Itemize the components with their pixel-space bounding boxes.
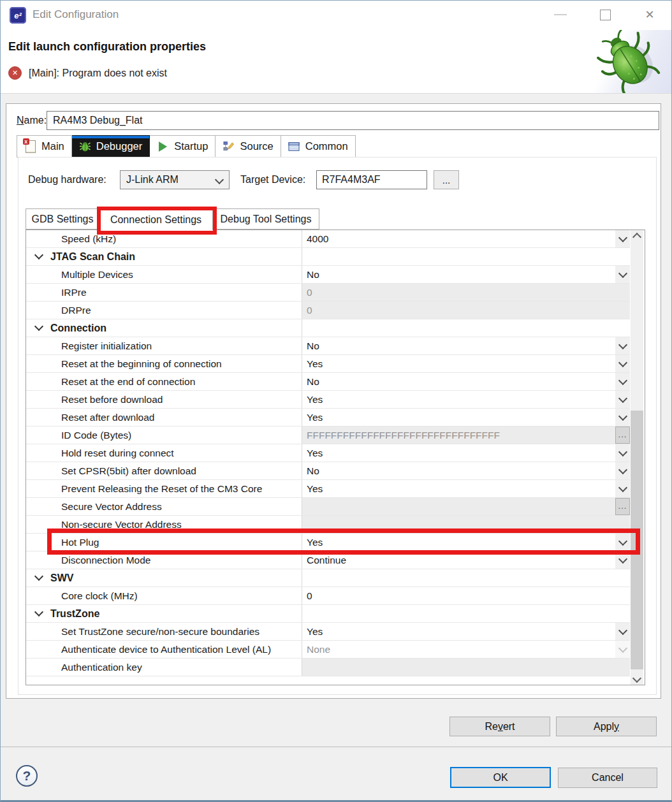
page-title: Edit launch configuration properties bbox=[8, 40, 206, 54]
tab-source[interactable]: Source bbox=[215, 135, 281, 157]
setting-value: 0 bbox=[302, 302, 630, 319]
dropdown-button[interactable] bbox=[615, 337, 630, 354]
settings-row: Reset at the end of connectionNo bbox=[26, 373, 630, 391]
debug-beetle-image bbox=[594, 30, 671, 93]
dropdown-button[interactable] bbox=[615, 551, 630, 569]
tab-startup[interactable]: Startup bbox=[150, 135, 215, 157]
edit-configuration-dialog: e² Edit Configuration ✕ bbox=[0, 0, 672, 802]
settings-row: ID Code (Bytes)FFFFFFFFFFFFFFFFFFFFFFFFF… bbox=[26, 427, 630, 444]
name-label: Name: bbox=[17, 111, 47, 130]
chevron-down-icon bbox=[618, 340, 627, 349]
chevron-down-icon[interactable] bbox=[34, 251, 43, 259]
settings-row: Multiple DevicesNo bbox=[26, 266, 630, 284]
dropdown-button[interactable] bbox=[615, 480, 630, 497]
dialog-header: Edit launch configuration properties ✕ [… bbox=[1, 30, 671, 93]
setting-label: Reset after download bbox=[26, 409, 302, 426]
apply-button[interactable]: Apply bbox=[556, 717, 657, 736]
setting-label[interactable]: JTAG Scan Chain bbox=[26, 248, 302, 265]
table-icon bbox=[288, 140, 300, 153]
target-device-input[interactable]: R7FA4M3AF bbox=[316, 170, 427, 189]
dropdown-button[interactable] bbox=[615, 444, 630, 462]
chevron-down-icon bbox=[618, 483, 627, 492]
play-icon bbox=[157, 140, 169, 153]
setting-value[interactable]: Yes bbox=[302, 409, 615, 426]
minimize-button[interactable] bbox=[551, 5, 570, 24]
dropdown-button[interactable] bbox=[615, 266, 630, 283]
chevron-down-icon[interactable] bbox=[34, 322, 43, 331]
setting-label: Secure Vector Address bbox=[26, 498, 302, 515]
setting-value[interactable]: Yes bbox=[302, 355, 615, 372]
ok-button[interactable]: OK bbox=[450, 767, 551, 788]
setting-label: Prevent Releasing the Reset of the CM3 C… bbox=[26, 480, 302, 497]
close-button[interactable]: ✕ bbox=[640, 5, 659, 24]
subtab-debug-tool-settings[interactable]: Debug Tool Settings bbox=[213, 208, 319, 230]
tab-main[interactable]: xMain bbox=[17, 135, 72, 157]
chevron-down-icon bbox=[618, 411, 627, 420]
dropdown-button[interactable] bbox=[615, 391, 630, 408]
bug-icon bbox=[79, 140, 91, 153]
scroll-up-button[interactable] bbox=[631, 230, 643, 242]
source-edit-icon bbox=[223, 140, 235, 153]
setting-value: FFFFFFFFFFFFFFFFFFFFFFFFFFFFFFFF bbox=[302, 427, 615, 444]
setting-label: Hot Plug bbox=[26, 534, 302, 551]
error-icon: ✕ bbox=[8, 66, 22, 80]
chevron-down-icon[interactable] bbox=[34, 608, 43, 616]
browse-button[interactable]: ... bbox=[615, 498, 630, 515]
tab-label: Startup bbox=[174, 140, 208, 152]
dropdown-button[interactable] bbox=[615, 409, 630, 426]
revert-button[interactable]: Revert bbox=[449, 717, 550, 736]
source-edit-icon bbox=[223, 141, 234, 152]
maximize-button[interactable] bbox=[595, 5, 615, 24]
settings-row: Set TrustZone secure/non-secure boundari… bbox=[26, 623, 630, 641]
setting-label[interactable]: TrustZone bbox=[26, 605, 302, 622]
setting-value[interactable]: Yes bbox=[302, 480, 615, 497]
dropdown-button[interactable] bbox=[615, 373, 630, 390]
settings-row: IRPre0 bbox=[26, 284, 630, 302]
setting-value[interactable]: Continue bbox=[302, 551, 615, 569]
header-separator bbox=[1, 93, 671, 94]
dropdown-button[interactable] bbox=[615, 534, 630, 551]
setting-value[interactable]: No bbox=[302, 462, 615, 479]
scrollbar-thumb[interactable] bbox=[631, 411, 643, 669]
setting-label: Reset before download bbox=[26, 391, 302, 408]
setting-value[interactable]: 0 bbox=[302, 587, 630, 604]
name-input[interactable]: RA4M3 Debug_Flat bbox=[47, 111, 659, 130]
debug-hardware-label: Debug hardware: bbox=[28, 170, 106, 189]
setting-label[interactable]: Connection bbox=[26, 319, 302, 337]
setting-label: Reset at the end of connection bbox=[26, 373, 302, 390]
setting-value[interactable]: 4000 bbox=[302, 230, 615, 247]
tab-label: Main bbox=[41, 140, 64, 152]
setting-value[interactable]: No bbox=[302, 266, 615, 283]
tab-common[interactable]: Common bbox=[281, 135, 356, 157]
setting-value[interactable]: No bbox=[302, 373, 615, 390]
subtab-gdb-settings[interactable]: GDB Settings bbox=[26, 208, 99, 230]
error-message: [Main]: Program does not exist bbox=[29, 68, 167, 79]
setting-value[interactable]: Yes bbox=[302, 534, 615, 551]
dropdown-button[interactable] bbox=[615, 230, 630, 247]
beetle-graphic bbox=[594, 30, 662, 93]
settings-group-row: TrustZone bbox=[26, 605, 630, 623]
setting-label: Non-secure Vector Address bbox=[26, 516, 302, 533]
setting-value[interactable]: Yes bbox=[302, 444, 615, 462]
cancel-button[interactable]: Cancel bbox=[558, 768, 657, 788]
tab-debugger[interactable]: Debugger bbox=[72, 135, 150, 157]
dropdown-button[interactable] bbox=[615, 462, 630, 479]
setting-label[interactable]: SWV bbox=[26, 569, 302, 587]
subtab-connection-settings[interactable]: Connection Settings bbox=[99, 208, 213, 230]
chevron-down-icon bbox=[618, 393, 627, 402]
browse-button[interactable]: ... bbox=[615, 427, 630, 444]
target-device-browse-button[interactable]: ... bbox=[434, 170, 459, 189]
button-bar-separator bbox=[1, 747, 671, 747]
chevron-down-icon[interactable] bbox=[34, 572, 43, 581]
setting-value[interactable]: No bbox=[302, 337, 615, 354]
scroll-down-button[interactable] bbox=[631, 673, 643, 685]
table-scrollbar[interactable] bbox=[631, 230, 643, 685]
dropdown-button[interactable] bbox=[615, 623, 630, 640]
setting-value[interactable]: Yes bbox=[302, 623, 615, 640]
minimize-icon bbox=[554, 14, 567, 15]
dropdown-button[interactable] bbox=[615, 355, 630, 372]
debug-hardware-select[interactable]: J-Link ARM bbox=[120, 170, 230, 189]
settings-group-row: Connection bbox=[26, 319, 630, 337]
help-button[interactable]: ? bbox=[16, 765, 38, 787]
setting-value[interactable]: Yes bbox=[302, 391, 615, 408]
